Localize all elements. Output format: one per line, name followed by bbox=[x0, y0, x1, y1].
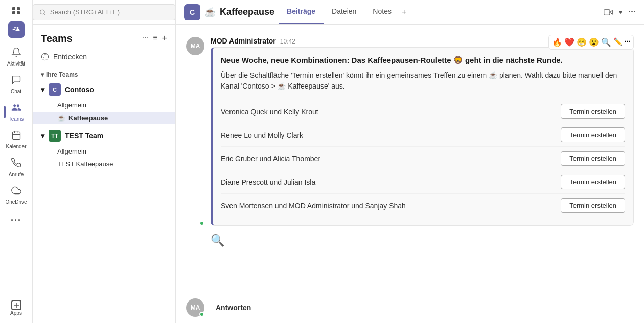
discover-item[interactable]: Entdecken bbox=[33, 49, 175, 65]
svg-rect-9 bbox=[604, 9, 610, 15]
online-status-dot bbox=[199, 221, 204, 226]
topbar-left: C ☕ Kaffeepause Beiträge Dateien Notes + bbox=[184, 0, 408, 24]
tab-beitraege[interactable]: Beiträge bbox=[279, 0, 324, 24]
pair-row-2: Eric Gruber und Alicia Thomber Termin er… bbox=[221, 147, 625, 170]
rail-item-chat[interactable]: Chat bbox=[4, 72, 29, 97]
reaction-wow[interactable]: 😮 bbox=[589, 37, 599, 47]
topbar-more-icon[interactable]: ··· bbox=[628, 7, 636, 17]
sidebar-add-icon[interactable]: + bbox=[162, 33, 167, 44]
termin-btn-4[interactable]: Termin erstellen bbox=[561, 198, 625, 213]
channel-header-name: Kaffeepause bbox=[220, 7, 274, 17]
rail-item-activity[interactable]: Aktivität bbox=[4, 44, 29, 70]
reaction-heart[interactable]: ❤️ bbox=[564, 37, 574, 47]
svg-marker-8 bbox=[610, 10, 612, 14]
channel-name-kaffeepause: Kaffeepause bbox=[68, 114, 108, 122]
termin-btn-3[interactable]: Termin erstellen bbox=[561, 175, 625, 189]
tab-add-button[interactable]: + bbox=[400, 3, 408, 22]
teams-section: ▾ Ihre Teams ▾ C Contoso Allgemein ☕ Kaf… bbox=[33, 69, 175, 173]
channel-item-allgemein-contoso[interactable]: Allgemein bbox=[33, 99, 175, 112]
team-header-contoso[interactable]: ▾ C Contoso bbox=[33, 80, 175, 99]
discover-icon bbox=[41, 53, 49, 61]
message-card: Neue Woche, neue Kombinationen: Das Kaff… bbox=[211, 47, 634, 226]
apps-label: Apps bbox=[10, 310, 22, 316]
svg-rect-0 bbox=[12, 132, 20, 139]
message-body: MOD Administrator 10:42 Neue Woche, neue… bbox=[211, 37, 634, 226]
calendar-label: Kalender bbox=[6, 144, 26, 149]
reaction-search[interactable]: 🔍 bbox=[601, 37, 611, 47]
message-reaction-area: 🔍 bbox=[186, 230, 634, 251]
teams-logo-icon bbox=[8, 21, 25, 38]
your-teams-label[interactable]: ▾ Ihre Teams bbox=[33, 69, 175, 80]
calendar-icon bbox=[11, 130, 21, 143]
more-icon: ··· bbox=[11, 215, 21, 226]
rail-item-teams[interactable]: Teams bbox=[4, 99, 29, 125]
onedrive-label: OneDrive bbox=[5, 199, 27, 205]
activity-label: Aktivität bbox=[7, 61, 25, 67]
rail-item-more[interactable]: ··· bbox=[4, 212, 29, 229]
add-reaction-icon[interactable]: 🔍 bbox=[211, 234, 224, 247]
pair-name-3: Diane Prescott und Julian Isla bbox=[221, 178, 315, 186]
reply-label: Antworten bbox=[216, 304, 251, 312]
sidebar-title: Teams bbox=[41, 33, 73, 45]
svg-point-6 bbox=[40, 10, 45, 14]
svg-point-7 bbox=[41, 53, 48, 60]
termin-btn-2[interactable]: Termin erstellen bbox=[561, 151, 625, 166]
team-avatar-test: TT bbox=[49, 130, 61, 142]
message-time: 10:42 bbox=[280, 38, 295, 45]
video-icon[interactable] bbox=[604, 8, 613, 17]
pair-name-2: Eric Gruber und Alicia Thomber bbox=[221, 155, 320, 163]
reaction-fire[interactable]: 🔥 bbox=[552, 37, 562, 47]
search-bar-container bbox=[33, 0, 175, 25]
calls-label: Anrufe bbox=[9, 171, 24, 177]
activity-icon bbox=[11, 47, 21, 60]
tab-notes[interactable]: Notes bbox=[364, 0, 400, 24]
channel-name-allgemein: Allgemein bbox=[57, 101, 86, 109]
reaction-grin[interactable]: 😁 bbox=[577, 37, 587, 47]
reply-online-dot bbox=[199, 312, 204, 317]
pair-row-0: Veronica Quek und Kelly Krout Termin ers… bbox=[221, 100, 625, 123]
teams-nav-icon bbox=[11, 102, 21, 115]
termin-btn-1[interactable]: Termin erstellen bbox=[561, 127, 625, 142]
collapse-icon: ▾ bbox=[41, 71, 44, 78]
rail-item-calls[interactable]: Anrufe bbox=[4, 155, 29, 180]
main-content: C ☕ Kaffeepause Beiträge Dateien Notes +… bbox=[176, 0, 644, 323]
topbar-right: ▾ ··· bbox=[604, 7, 636, 17]
channel-item-kaffeepause[interactable]: ☕ Kaffeepause bbox=[33, 112, 175, 124]
rail-item-onedrive[interactable]: OneDrive bbox=[4, 182, 29, 208]
message-container: 🔥 ❤️ 😁 😮 🔍 ✏️ ··· MA MOD Administrator 1… bbox=[186, 33, 634, 230]
pair-name-0: Veronica Quek und Kelly Krout bbox=[221, 107, 318, 116]
sender-avatar: MA bbox=[186, 37, 204, 55]
reply-button[interactable]: Antworten bbox=[210, 299, 257, 316]
teams-label: Teams bbox=[9, 116, 24, 122]
message-more-icon[interactable]: ··· bbox=[624, 37, 630, 47]
channel-item-allgemein-test[interactable]: Allgemein bbox=[33, 145, 175, 158]
search-input[interactable] bbox=[50, 8, 169, 16]
sidebar-header-icons: ··· ≡ + bbox=[142, 33, 167, 44]
team-header-test[interactable]: ▾ TT TEST Team bbox=[33, 126, 175, 145]
team-group-test: ▾ TT TEST Team Allgemein TEST Kaffeepaus… bbox=[33, 126, 175, 170]
search-box[interactable] bbox=[33, 4, 175, 20]
kaffeepause-icon: ☕ bbox=[57, 114, 65, 122]
team-collapse-icon-test: ▾ bbox=[41, 132, 44, 140]
discover-label: Entdecken bbox=[53, 53, 87, 61]
rail-item-apps[interactable]: Apps bbox=[4, 297, 29, 319]
search-icon bbox=[39, 9, 46, 16]
sidebar-header: Teams ··· ≡ + bbox=[33, 25, 175, 49]
calls-icon bbox=[11, 158, 21, 170]
team-collapse-icon: ▾ bbox=[41, 85, 44, 94]
channel-item-test-kaffeepause[interactable]: TEST Kaffeepause bbox=[33, 158, 175, 170]
rail-item-calendar[interactable]: Kalender bbox=[4, 127, 29, 153]
termin-btn-0[interactable]: Termin erstellen bbox=[561, 104, 625, 119]
sidebar-more-icon[interactable]: ··· bbox=[142, 33, 149, 44]
edit-icon[interactable]: ✏️ bbox=[613, 37, 622, 47]
channel-topbar: C ☕ Kaffeepause Beiträge Dateien Notes +… bbox=[176, 0, 644, 25]
chat-icon bbox=[11, 75, 21, 88]
channel-name-allgemein-test: Allgemein bbox=[57, 147, 86, 155]
sidebar-filter-icon[interactable]: ≡ bbox=[153, 33, 157, 44]
tab-dateien[interactable]: Dateien bbox=[324, 0, 364, 24]
channel-name-test-kaffeepause: TEST Kaffeepause bbox=[57, 160, 113, 168]
rail-apps-grid[interactable] bbox=[4, 4, 29, 17]
video-dropdown-icon[interactable]: ▾ bbox=[619, 9, 622, 16]
team-group-contoso: ▾ C Contoso Allgemein ☕ Kaffeepause bbox=[33, 80, 175, 124]
channel-icon: ☕ bbox=[204, 7, 216, 18]
